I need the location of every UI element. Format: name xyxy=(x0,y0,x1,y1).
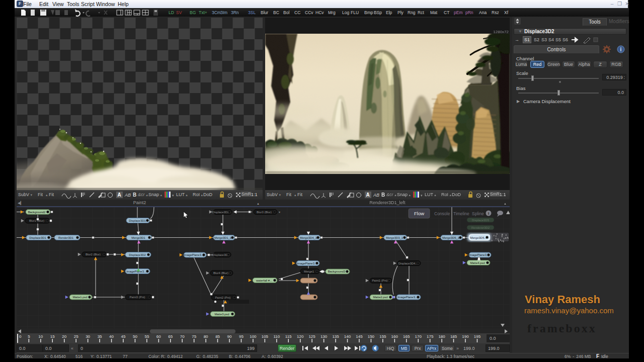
svg-text:45: 45 xyxy=(121,334,126,339)
svg-text:Blur4 (Blur): Blur4 (Blur) xyxy=(213,272,228,275)
svg-text:Paint2 (Pnt): Paint2 (Pnt) xyxy=(215,296,230,299)
svg-text:ImagePlane3...: ImagePlane3... xyxy=(469,253,489,256)
svg-text:ImagePlane3...: ImagePlane3... xyxy=(184,253,204,256)
svg-text:155: 155 xyxy=(379,334,386,339)
svg-text:40: 40 xyxy=(109,334,114,339)
svg-text:Matte2.psd: Matte2.psd xyxy=(373,296,387,299)
svg-text:Paint1 (Pnt): Paint1 (Pnt) xyxy=(372,279,387,282)
svg-text:0.0: 0.0 xyxy=(490,336,496,341)
svg-text:0: 0 xyxy=(19,334,22,339)
svg-text:AB: AB xyxy=(124,193,131,198)
svg-text:Flow: Flow xyxy=(414,211,424,216)
svg-text:Displace3D5: Displace3D5 xyxy=(472,219,490,222)
svg-text:A: A xyxy=(117,192,121,198)
svg-text:10: 10 xyxy=(38,334,43,339)
svg-text:170: 170 xyxy=(415,334,422,339)
svg-text:160: 160 xyxy=(391,334,398,339)
svg-text:120: 120 xyxy=(297,334,304,339)
svg-text:▾: ▾ xyxy=(172,194,174,197)
svg-text:35: 35 xyxy=(98,334,102,339)
svg-text:Renderer3D2: Renderer3D2 xyxy=(471,226,490,229)
svg-text:ImagePlane3...: ImagePlane3... xyxy=(126,270,146,273)
svg-text:ImagePlane3...: ImagePlane3... xyxy=(397,296,418,299)
svg-text:165: 165 xyxy=(403,334,410,339)
svg-text:Spline: Spline xyxy=(472,211,484,216)
svg-text:Merge3D1: Merge3D1 xyxy=(131,236,145,239)
svg-text:180: 180 xyxy=(438,334,445,339)
svg-text:60: 60 xyxy=(156,334,161,339)
svg-text:Background3: Background3 xyxy=(328,270,346,273)
svg-text:185: 185 xyxy=(450,334,457,339)
svg-text:Merge3D1_1: Merge3D1_1 xyxy=(214,236,231,239)
svg-text:70: 70 xyxy=(180,334,185,339)
svg-text:100: 100 xyxy=(250,334,257,339)
svg-text:115: 115 xyxy=(285,334,292,339)
svg-text:▾: ▾ xyxy=(279,211,280,214)
svg-text:i: i xyxy=(488,211,489,216)
svg-text:Timeline: Timeline xyxy=(453,211,469,216)
svg-text:130: 130 xyxy=(320,334,328,339)
svg-text:Blur2 (Blur): Blur2 (Blur) xyxy=(86,253,101,256)
svg-text:Matte3.psd: Matte3.psd xyxy=(214,313,229,316)
svg-text:110: 110 xyxy=(273,334,280,339)
svg-text:105: 105 xyxy=(262,334,269,339)
svg-text:140: 140 xyxy=(344,334,351,339)
svg-text:Background2: Background2 xyxy=(28,211,46,214)
svg-text:Console: Console xyxy=(434,211,450,216)
svg-text:85: 85 xyxy=(215,334,220,339)
svg-text:90: 90 xyxy=(227,334,232,339)
svg-text:25: 25 xyxy=(74,334,78,339)
svg-text:Merge1: Merge1 xyxy=(304,270,314,273)
svg-text:Merge3D4_1: Merge3D4_1 xyxy=(300,236,317,239)
svg-text:Displace3D4...: Displace3D4... xyxy=(398,262,418,265)
svg-text:55: 55 xyxy=(144,334,149,339)
svg-text:Blur3 (Blur): Blur3 (Blur) xyxy=(257,211,272,214)
svg-text:Merge3D5...: Merge3D5... xyxy=(470,236,487,239)
svg-text:Displace3D1: Displace3D1 xyxy=(29,236,46,239)
svg-text:Merge3D3_1: Merge3D3_1 xyxy=(386,236,403,239)
svg-text:175: 175 xyxy=(427,334,434,339)
svg-text:150: 150 xyxy=(368,334,375,339)
svg-text:AB: AB xyxy=(373,193,379,198)
svg-text:waterfall #...: waterfall #... xyxy=(256,279,272,282)
svg-text:Matte4.psd: Matte4.psd xyxy=(470,261,485,264)
svg-text:145: 145 xyxy=(356,334,363,339)
svg-text:95: 95 xyxy=(239,334,244,339)
svg-text:5: 5 xyxy=(28,334,30,339)
svg-text:30: 30 xyxy=(86,334,90,339)
svg-text:i: i xyxy=(620,47,622,52)
svg-text:75: 75 xyxy=(192,334,196,339)
svg-text:65: 65 xyxy=(168,334,173,339)
svg-text:A: A xyxy=(366,192,369,198)
svg-text:Render3D1: Render3D1 xyxy=(58,236,73,239)
svg-text:Merge3D5_1: Merge3D5_1 xyxy=(442,236,459,239)
svg-text:Matte1.psd: Matte1.psd xyxy=(72,296,87,299)
svg-text:▾: ▾ xyxy=(421,194,423,197)
svg-text:Displace3D1: Displace3D1 xyxy=(129,219,145,222)
svg-text:195: 195 xyxy=(474,334,481,339)
svg-text:Displace3D2: Displace3D2 xyxy=(129,253,145,256)
svg-text:15: 15 xyxy=(50,334,55,339)
svg-text:190: 190 xyxy=(462,334,469,339)
svg-text:135: 135 xyxy=(332,334,339,339)
svg-text:ImagePlane3...: ImagePlane3... xyxy=(297,262,317,265)
svg-text:50: 50 xyxy=(133,334,137,339)
svg-text:20: 20 xyxy=(62,334,66,339)
svg-text:80: 80 xyxy=(204,334,208,339)
svg-text:125: 125 xyxy=(308,334,315,339)
svg-text:Paint3 (Pnt): Paint3 (Pnt) xyxy=(129,296,145,299)
